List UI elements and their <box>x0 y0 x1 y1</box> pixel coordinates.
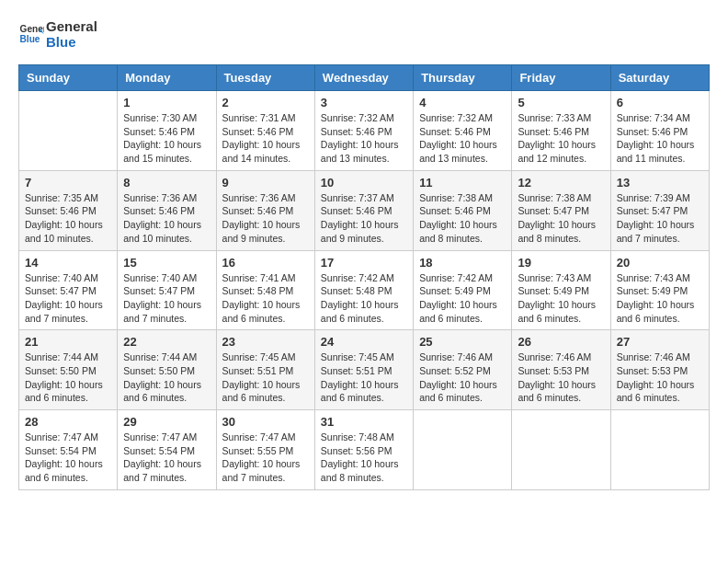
day-info: Sunrise: 7:42 AM Sunset: 5:48 PM Dayligh… <box>321 271 407 326</box>
day-info: Sunrise: 7:42 AM Sunset: 5:49 PM Dayligh… <box>419 271 506 326</box>
logo-text-line2: Blue <box>46 34 97 50</box>
day-number: 16 <box>222 256 309 270</box>
week-row-3: 14Sunrise: 7:40 AM Sunset: 5:47 PM Dayli… <box>19 250 710 330</box>
logo: General Blue General Blue <box>18 18 97 50</box>
calendar-cell: 8Sunrise: 7:36 AM Sunset: 5:46 PM Daylig… <box>118 170 216 250</box>
day-number: 20 <box>617 256 703 270</box>
day-number: 25 <box>419 335 506 349</box>
day-info: Sunrise: 7:45 AM Sunset: 5:51 PM Dayligh… <box>321 350 407 405</box>
calendar-cell: 16Sunrise: 7:41 AM Sunset: 5:48 PM Dayli… <box>216 250 314 330</box>
calendar-cell: 25Sunrise: 7:46 AM Sunset: 5:52 PM Dayli… <box>414 330 512 410</box>
day-info: Sunrise: 7:47 AM Sunset: 5:55 PM Dayligh… <box>222 431 309 485</box>
day-info: Sunrise: 7:38 AM Sunset: 5:47 PM Dayligh… <box>518 191 604 246</box>
calendar-cell: 13Sunrise: 7:39 AM Sunset: 5:47 PM Dayli… <box>610 170 709 250</box>
calendar-cell: 14Sunrise: 7:40 AM Sunset: 5:47 PM Dayli… <box>19 250 118 330</box>
day-info: Sunrise: 7:31 AM Sunset: 5:46 PM Dayligh… <box>222 111 309 166</box>
day-info: Sunrise: 7:46 AM Sunset: 5:52 PM Dayligh… <box>419 350 506 405</box>
calendar-cell <box>19 91 118 171</box>
day-info: Sunrise: 7:44 AM Sunset: 5:50 PM Dayligh… <box>123 350 210 405</box>
calendar-cell: 6Sunrise: 7:34 AM Sunset: 5:46 PM Daylig… <box>610 91 709 171</box>
day-number: 2 <box>222 96 309 109</box>
week-row-4: 21Sunrise: 7:44 AM Sunset: 5:50 PM Dayli… <box>19 330 710 410</box>
header-day-sunday: Sunday <box>19 65 118 91</box>
day-info: Sunrise: 7:32 AM Sunset: 5:46 PM Dayligh… <box>321 111 407 166</box>
day-number: 7 <box>25 176 111 190</box>
calendar-cell: 31Sunrise: 7:48 AM Sunset: 5:56 PM Dayli… <box>314 410 413 490</box>
calendar-cell <box>512 410 610 490</box>
day-number: 24 <box>321 335 407 349</box>
calendar-cell: 7Sunrise: 7:35 AM Sunset: 5:46 PM Daylig… <box>19 170 118 250</box>
calendar-cell: 1Sunrise: 7:30 AM Sunset: 5:46 PM Daylig… <box>118 91 216 171</box>
day-info: Sunrise: 7:34 AM Sunset: 5:46 PM Dayligh… <box>617 111 703 166</box>
calendar-cell: 29Sunrise: 7:47 AM Sunset: 5:54 PM Dayli… <box>118 410 216 490</box>
day-number: 23 <box>222 335 309 349</box>
day-info: Sunrise: 7:48 AM Sunset: 5:56 PM Dayligh… <box>321 431 407 485</box>
day-info: Sunrise: 7:40 AM Sunset: 5:47 PM Dayligh… <box>25 271 111 326</box>
day-number: 17 <box>321 256 407 270</box>
day-number: 8 <box>123 176 210 190</box>
day-info: Sunrise: 7:46 AM Sunset: 5:53 PM Dayligh… <box>617 350 703 405</box>
day-number: 4 <box>419 96 506 109</box>
day-info: Sunrise: 7:43 AM Sunset: 5:49 PM Dayligh… <box>518 271 604 326</box>
day-number: 15 <box>123 256 210 270</box>
day-info: Sunrise: 7:36 AM Sunset: 5:46 PM Dayligh… <box>123 191 210 246</box>
day-info: Sunrise: 7:43 AM Sunset: 5:49 PM Dayligh… <box>617 271 703 326</box>
day-number: 21 <box>25 335 111 349</box>
day-number: 5 <box>518 96 604 109</box>
logo-text-line1: General <box>46 18 97 34</box>
calendar-cell <box>610 410 709 490</box>
day-info: Sunrise: 7:33 AM Sunset: 5:46 PM Dayligh… <box>518 111 604 166</box>
calendar-cell: 20Sunrise: 7:43 AM Sunset: 5:49 PM Dayli… <box>610 250 709 330</box>
calendar-cell: 27Sunrise: 7:46 AM Sunset: 5:53 PM Dayli… <box>610 330 709 410</box>
day-info: Sunrise: 7:41 AM Sunset: 5:48 PM Dayligh… <box>222 271 309 326</box>
calendar-cell: 23Sunrise: 7:45 AM Sunset: 5:51 PM Dayli… <box>216 330 314 410</box>
day-number: 11 <box>419 176 506 190</box>
calendar-cell: 2Sunrise: 7:31 AM Sunset: 5:46 PM Daylig… <box>216 91 314 171</box>
calendar-cell: 26Sunrise: 7:46 AM Sunset: 5:53 PM Dayli… <box>512 330 610 410</box>
calendar-cell: 19Sunrise: 7:43 AM Sunset: 5:49 PM Dayli… <box>512 250 610 330</box>
calendar-cell: 9Sunrise: 7:36 AM Sunset: 5:46 PM Daylig… <box>216 170 314 250</box>
day-number: 12 <box>518 176 604 190</box>
day-info: Sunrise: 7:47 AM Sunset: 5:54 PM Dayligh… <box>123 431 210 485</box>
calendar-cell: 12Sunrise: 7:38 AM Sunset: 5:47 PM Dayli… <box>512 170 610 250</box>
header-row: SundayMondayTuesdayWednesdayThursdayFrid… <box>19 65 710 91</box>
day-number: 6 <box>617 96 703 109</box>
day-info: Sunrise: 7:35 AM Sunset: 5:46 PM Dayligh… <box>25 191 111 246</box>
header-day-monday: Monday <box>118 65 216 91</box>
header-day-tuesday: Tuesday <box>216 65 314 91</box>
header-day-friday: Friday <box>512 65 610 91</box>
day-info: Sunrise: 7:36 AM Sunset: 5:46 PM Dayligh… <box>222 191 309 246</box>
header-day-saturday: Saturday <box>610 65 709 91</box>
calendar-cell: 11Sunrise: 7:38 AM Sunset: 5:46 PM Dayli… <box>414 170 512 250</box>
day-number: 14 <box>25 256 111 270</box>
day-info: Sunrise: 7:44 AM Sunset: 5:50 PM Dayligh… <box>25 350 111 405</box>
day-info: Sunrise: 7:39 AM Sunset: 5:47 PM Dayligh… <box>617 191 703 246</box>
day-number: 29 <box>123 415 210 429</box>
day-number: 9 <box>222 176 309 190</box>
logo-icon: General Blue <box>18 21 44 47</box>
day-info: Sunrise: 7:32 AM Sunset: 5:46 PM Dayligh… <box>419 111 506 166</box>
week-row-5: 28Sunrise: 7:47 AM Sunset: 5:54 PM Dayli… <box>19 410 710 490</box>
header-day-wednesday: Wednesday <box>314 65 413 91</box>
day-info: Sunrise: 7:30 AM Sunset: 5:46 PM Dayligh… <box>123 111 210 166</box>
calendar-cell: 30Sunrise: 7:47 AM Sunset: 5:55 PM Dayli… <box>216 410 314 490</box>
day-number: 3 <box>321 96 407 109</box>
calendar-cell: 22Sunrise: 7:44 AM Sunset: 5:50 PM Dayli… <box>118 330 216 410</box>
header: General Blue General Blue <box>18 18 710 50</box>
day-number: 27 <box>617 335 703 349</box>
calendar-cell: 15Sunrise: 7:40 AM Sunset: 5:47 PM Dayli… <box>118 250 216 330</box>
calendar-cell: 18Sunrise: 7:42 AM Sunset: 5:49 PM Dayli… <box>414 250 512 330</box>
week-row-1: 1Sunrise: 7:30 AM Sunset: 5:46 PM Daylig… <box>19 91 710 171</box>
calendar-cell: 10Sunrise: 7:37 AM Sunset: 5:46 PM Dayli… <box>314 170 413 250</box>
header-day-thursday: Thursday <box>414 65 512 91</box>
calendar-cell: 5Sunrise: 7:33 AM Sunset: 5:46 PM Daylig… <box>512 91 610 171</box>
calendar-cell: 28Sunrise: 7:47 AM Sunset: 5:54 PM Dayli… <box>19 410 118 490</box>
day-number: 31 <box>321 415 407 429</box>
day-number: 1 <box>123 96 210 109</box>
calendar-cell: 4Sunrise: 7:32 AM Sunset: 5:46 PM Daylig… <box>414 91 512 171</box>
week-row-2: 7Sunrise: 7:35 AM Sunset: 5:46 PM Daylig… <box>19 170 710 250</box>
day-info: Sunrise: 7:46 AM Sunset: 5:53 PM Dayligh… <box>518 350 604 405</box>
calendar-cell: 3Sunrise: 7:32 AM Sunset: 5:46 PM Daylig… <box>314 91 413 171</box>
calendar-cell: 17Sunrise: 7:42 AM Sunset: 5:48 PM Dayli… <box>314 250 413 330</box>
day-number: 19 <box>518 256 604 270</box>
